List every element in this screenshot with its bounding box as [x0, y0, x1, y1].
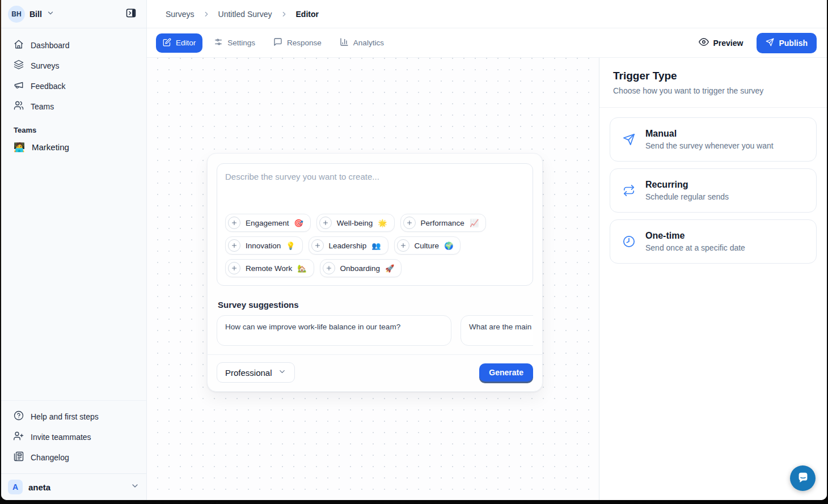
- breadcrumb-untitled-survey[interactable]: Untitled Survey: [218, 10, 272, 19]
- generator-footer: Professional Generate: [208, 354, 542, 391]
- tab-settings[interactable]: Settings: [207, 33, 262, 53]
- editor-canvas[interactable]: Engagement 🎯 Well-being 🌟 Performance: [147, 58, 599, 500]
- preview-label: Preview: [713, 39, 743, 48]
- trigger-type-panel: Trigger Type Choose how you want to trig…: [599, 58, 827, 500]
- topic-chip-performance[interactable]: Performance 📈: [400, 214, 487, 232]
- sliders-icon: [214, 37, 223, 48]
- sidebar-item-invite[interactable]: Invite teammates: [8, 427, 140, 447]
- sidebar-item-label: Help and first steps: [31, 412, 99, 421]
- trigger-option-recurring[interactable]: Recurring Schedule regular sends: [610, 168, 817, 213]
- sidebar-team-marketing[interactable]: 🧑‍💻 Marketing: [8, 138, 140, 156]
- option-title: One-time: [645, 231, 745, 241]
- user-menu[interactable]: A aneta: [1, 473, 146, 500]
- plus-icon: [228, 239, 240, 252]
- star-emoji: 🌟: [378, 219, 387, 227]
- workspace-avatar: BH: [8, 6, 25, 23]
- option-title: Manual: [645, 129, 774, 139]
- trigger-option-one-time[interactable]: One-time Send once at a specific date: [610, 219, 817, 264]
- option-description: Send the survey whenever you want: [645, 141, 774, 150]
- workspace-switcher[interactable]: BH Bill: [1, 0, 146, 28]
- topic-chip-culture[interactable]: Culture 🌍: [394, 236, 461, 255]
- chat-launcher-button[interactable]: [790, 465, 816, 491]
- sidebar-item-feedback[interactable]: Feedback: [8, 76, 140, 96]
- suggestion-card[interactable]: What are the main ob: [461, 315, 533, 346]
- chat-bubble-icon: [796, 470, 810, 486]
- chevron-right-icon: [280, 10, 288, 18]
- house-emoji: 🏡: [297, 264, 306, 273]
- send-icon: [623, 133, 635, 146]
- teams-section-label: Teams: [14, 126, 134, 134]
- send-icon: [766, 38, 774, 48]
- tab-analytics[interactable]: Analytics: [333, 33, 391, 53]
- user-avatar: A: [8, 480, 23, 494]
- option-description: Schedule regular sends: [645, 192, 729, 201]
- prompt-card: Engagement 🎯 Well-being 🌟 Performance: [217, 163, 533, 286]
- eye-icon: [699, 37, 709, 49]
- people-emoji: 👥: [371, 242, 381, 250]
- generate-button[interactable]: Generate: [479, 363, 533, 382]
- collapse-sidebar-button[interactable]: [122, 6, 140, 23]
- topic-chip-well-being[interactable]: Well-being 🌟: [316, 214, 395, 232]
- panel-title: Trigger Type: [613, 70, 813, 82]
- sidebar-item-changelog[interactable]: Changelog: [8, 447, 140, 468]
- sidebar-item-label: Feedback: [31, 82, 65, 91]
- topic-chip-engagement[interactable]: Engagement 🎯: [225, 214, 311, 232]
- users-icon: [14, 100, 24, 113]
- option-title: Recurring: [645, 180, 729, 190]
- suggestion-card[interactable]: How can we improve work-life balance in …: [217, 315, 451, 346]
- editor-toolbar: Editor Settings Response Analytics P: [147, 28, 827, 58]
- user-plus-icon: [14, 431, 24, 443]
- clock-icon: [623, 235, 635, 248]
- bulb-emoji: 💡: [286, 242, 295, 250]
- megaphone-icon: [14, 80, 24, 92]
- panel-body: Manual Send the survey whenever you want…: [599, 108, 827, 280]
- sidebar-item-surveys[interactable]: Surveys: [8, 56, 140, 76]
- breadcrumb-surveys[interactable]: Surveys: [166, 10, 195, 19]
- survey-suggestions-label: Survey suggestions: [218, 300, 532, 310]
- plus-icon: [319, 217, 332, 229]
- topic-chip-remote-work[interactable]: Remote Work 🏡: [225, 259, 314, 277]
- sidebar-item-label: Invite teammates: [31, 433, 91, 442]
- tone-value: Professional: [225, 368, 272, 378]
- globe-emoji: 🌍: [444, 242, 453, 250]
- sidebar-footer: Help and first steps Invite teammates Ch…: [1, 400, 146, 473]
- plus-icon: [228, 217, 240, 229]
- sidebar-item-label: Changelog: [31, 453, 69, 462]
- sidebar: BH Bill Dashboard Surveys: [1, 0, 147, 500]
- topic-chip-leadership[interactable]: Leadership 👥: [309, 236, 388, 255]
- tone-select[interactable]: Professional: [217, 362, 295, 383]
- sidebar-item-help[interactable]: Help and first steps: [8, 406, 140, 427]
- breadcrumb: Surveys Untitled Survey Editor: [147, 0, 827, 28]
- preview-button[interactable]: Preview: [692, 32, 750, 53]
- sidebar-item-label: Surveys: [31, 61, 60, 70]
- tab-response[interactable]: Response: [267, 33, 328, 53]
- team-label: Marketing: [32, 142, 69, 152]
- survey-generator-card: Engagement 🎯 Well-being 🌟 Performance: [207, 153, 543, 392]
- sidebar-item-teams[interactable]: Teams: [8, 96, 140, 117]
- sidebar-item-dashboard[interactable]: Dashboard: [8, 35, 140, 56]
- survey-suggestions-row: How can we improve work-life balance in …: [217, 315, 533, 346]
- newspaper-icon: [14, 451, 24, 464]
- chart-up-emoji: 📈: [470, 219, 479, 227]
- workspace-name: Bill: [29, 10, 42, 19]
- topic-chip-innovation[interactable]: Innovation 💡: [225, 236, 303, 255]
- app-window: BH Bill Dashboard Surveys: [1, 0, 827, 500]
- plus-icon: [403, 217, 416, 229]
- tab-label: Settings: [227, 39, 255, 47]
- chevron-down-icon: [130, 481, 140, 493]
- plus-icon: [228, 262, 240, 274]
- breadcrumb-editor: Editor: [296, 10, 319, 19]
- tab-editor[interactable]: Editor: [156, 33, 202, 53]
- help-circle-icon: [14, 410, 24, 423]
- survey-prompt-input[interactable]: [225, 172, 525, 209]
- publish-button[interactable]: Publish: [757, 33, 817, 53]
- bar-chart-icon: [340, 37, 349, 48]
- trigger-option-manual[interactable]: Manual Send the survey whenever you want: [610, 117, 817, 162]
- team-emoji: 🧑‍💻: [14, 142, 25, 153]
- panel-header: Trigger Type Choose how you want to trig…: [599, 58, 827, 108]
- topic-chip-onboarding[interactable]: Onboarding 🚀: [320, 259, 402, 277]
- publish-label: Publish: [779, 39, 808, 48]
- sidebar-item-label: Teams: [31, 102, 54, 111]
- chevron-down-icon: [278, 367, 286, 378]
- tab-label: Response: [287, 39, 322, 47]
